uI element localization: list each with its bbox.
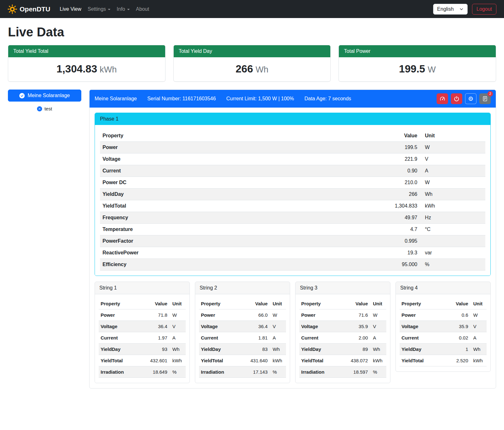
- cell-value: 1.97: [142, 332, 169, 344]
- brand-link[interactable]: OpenDTU: [8, 4, 50, 14]
- nav-settings-dropdown[interactable]: Settings: [84, 4, 114, 15]
- cell-property: Power: [100, 142, 339, 153]
- cell-value: 71.6: [343, 309, 370, 321]
- cell-unit: kWh: [470, 355, 487, 366]
- cell-unit: A: [420, 165, 485, 177]
- cell-unit: kWh: [169, 355, 186, 366]
- inverter-test-label: test: [44, 106, 52, 111]
- cell-property: Current: [100, 165, 339, 177]
- table-row: YieldDay89Wh: [299, 344, 386, 355]
- cell-value: 266: [339, 189, 420, 200]
- cell-value: 0.02: [443, 332, 470, 344]
- card-title: Total Yield Total: [8, 45, 165, 57]
- table-row: Temperature4.7°C: [100, 224, 485, 235]
- cell-unit: Wh: [470, 344, 487, 355]
- limit-settings-button[interactable]: [437, 93, 448, 104]
- cell-property: YieldDay: [99, 344, 142, 355]
- cell-value: 35.9: [443, 321, 470, 332]
- cell-property: YieldTotal: [99, 355, 142, 366]
- cell-value: 19.3: [339, 247, 420, 259]
- string-1-table: Property Value Unit Power71.8WVoltage36.…: [99, 298, 186, 378]
- cell-value: 1.81: [243, 332, 270, 344]
- table-row: Irradiation18.597%: [299, 366, 386, 378]
- cell-unit: [420, 235, 485, 247]
- table-row: Current2.00A: [299, 332, 386, 344]
- string-2-table: Property Value Unit Power66.0WVoltage36.…: [199, 298, 286, 378]
- table-row: Current0.90A: [100, 165, 485, 177]
- inverter-test-link[interactable]: test: [8, 106, 81, 111]
- event-log-button[interactable]: 2: [479, 93, 491, 104]
- cell-unit: V: [470, 321, 487, 332]
- table-row: Voltage36.4V: [199, 321, 286, 332]
- column-header-property: Property: [299, 298, 343, 309]
- language-select[interactable]: English: [433, 4, 468, 15]
- cell-property: ReactivePower: [100, 247, 339, 259]
- speedometer-icon: [439, 96, 445, 102]
- phase-card-title: Phase 1: [95, 113, 490, 125]
- cell-value: 71.8: [142, 309, 169, 321]
- column-header-value: Value: [443, 298, 470, 309]
- cell-value: 36.4: [142, 321, 169, 332]
- card-total-yield-day: Total Yield Day 266Wh: [173, 45, 331, 82]
- column-header-property: Property: [99, 298, 142, 309]
- nav-about[interactable]: About: [133, 4, 152, 15]
- inverter-select-button[interactable]: Meine Solaranlage: [8, 90, 81, 102]
- nav-info-dropdown[interactable]: Info: [114, 4, 133, 15]
- table-row: YieldDay83Wh: [199, 344, 286, 355]
- column-header-unit: Unit: [470, 298, 487, 309]
- cell-property: YieldTotal: [299, 355, 343, 366]
- table-header-row: Property Value Unit: [199, 298, 286, 309]
- table-row: Power0.6W: [400, 309, 487, 321]
- device-info-button[interactable]: [465, 93, 476, 104]
- cell-unit: kWh: [420, 200, 485, 212]
- cell-value: 2.00: [343, 332, 370, 344]
- cell-unit: W: [169, 309, 186, 321]
- cell-property: Irradiation: [299, 366, 343, 378]
- cell-unit: A: [370, 332, 386, 344]
- chevron-down-icon: [459, 7, 464, 11]
- table-row: Irradiation18.649%: [99, 366, 186, 378]
- table-header-row: Property Value Unit: [299, 298, 386, 309]
- string-2-card: String 2 Property Value Unit: [195, 282, 290, 383]
- power-toggle-button[interactable]: [451, 93, 462, 104]
- nav-live-view[interactable]: Live View: [57, 4, 84, 15]
- table-row: Voltage221.9V: [100, 153, 485, 165]
- card-title: Total Yield Day: [174, 45, 331, 57]
- phase-table: Property Value Unit Power199.5WVoltage22…: [100, 130, 485, 271]
- cell-unit: A: [270, 332, 286, 344]
- cell-property: Temperature: [100, 224, 339, 235]
- table-row: Voltage36.4V: [99, 321, 186, 332]
- cell-property: Voltage: [100, 153, 339, 165]
- table-header-row: Property Value Unit: [100, 130, 485, 142]
- cell-unit: Wh: [169, 344, 186, 355]
- logout-button[interactable]: Logout: [472, 4, 496, 15]
- cell-property: Irradiation: [99, 366, 142, 378]
- cell-value: 83: [243, 344, 270, 355]
- cell-value: 221.9: [339, 153, 420, 165]
- cell-property: Power DC: [100, 177, 339, 189]
- cell-unit: %: [420, 259, 485, 271]
- cell-value: 36.4: [243, 321, 270, 332]
- cell-unit: A: [169, 332, 186, 344]
- card-value: 266: [236, 63, 253, 75]
- cell-property: Frequency: [100, 212, 339, 224]
- card-unit: W: [428, 65, 436, 74]
- column-header-unit: Unit: [420, 130, 485, 142]
- inverter-serial: Serial Number: 116171603546: [147, 96, 216, 102]
- inverter-select-label: Meine Solaranlage: [28, 93, 70, 98]
- cell-unit: °C: [420, 224, 485, 235]
- cell-property: Voltage: [400, 321, 443, 332]
- table-row: Voltage35.9V: [299, 321, 386, 332]
- table-row: YieldTotal1,304.833kWh: [100, 200, 485, 212]
- cell-property: Voltage: [299, 321, 343, 332]
- column-header-property: Property: [199, 298, 243, 309]
- cell-unit: Wh: [270, 344, 286, 355]
- table-row: PowerFactor0.995: [100, 235, 485, 247]
- table-row: ReactivePower19.3var: [100, 247, 485, 259]
- cell-value: 89: [343, 344, 370, 355]
- sun-icon: [8, 4, 17, 14]
- string-4-card: String 4 Property Value Unit: [395, 282, 491, 372]
- x-circle-icon: [37, 106, 42, 111]
- column-header-property: Property: [100, 130, 339, 142]
- column-header-value: Value: [339, 130, 420, 142]
